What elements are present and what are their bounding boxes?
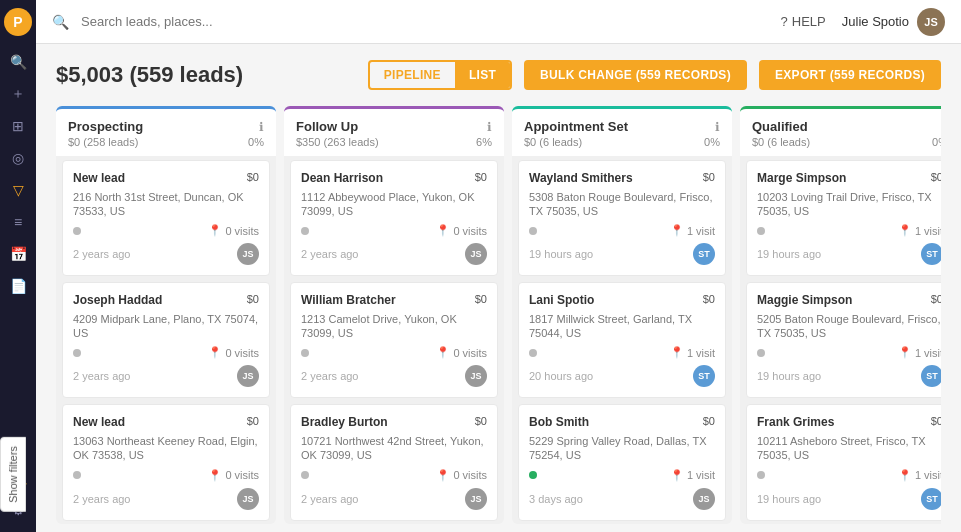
table-row[interactable]: Wayland Smithers $0 5308 Baton Rouge Bou… bbox=[518, 160, 726, 276]
sidebar-icon-map[interactable]: ◎ bbox=[4, 144, 32, 172]
sidebar-icon-funnel[interactable]: ▽ bbox=[4, 176, 32, 204]
card-amount: $0 bbox=[931, 293, 941, 305]
table-row[interactable]: Joseph Haddad $0 4209 Midpark Lane, Plan… bbox=[62, 282, 270, 398]
table-row[interactable]: Dean Harrison $0 1112 Abbeywood Place, Y… bbox=[290, 160, 498, 276]
card-amount: $0 bbox=[703, 293, 715, 305]
card-avatar: JS bbox=[237, 488, 259, 510]
visit-icon: 📍 bbox=[208, 346, 222, 359]
table-row[interactable]: William Bratcher $0 1213 Camelot Drive, … bbox=[290, 282, 498, 398]
card-address: 10211 Asheboro Street, Frisco, TX 75035,… bbox=[757, 434, 941, 463]
card-amount: $0 bbox=[703, 415, 715, 427]
card-name: Bradley Burton bbox=[301, 415, 388, 431]
visits-count: 0 visits bbox=[225, 225, 259, 237]
pipeline-btn[interactable]: PIPELINE bbox=[370, 62, 455, 88]
card-footer: 📍1 visit bbox=[529, 469, 715, 482]
card-name: New lead bbox=[73, 171, 125, 187]
card-avatar: ST bbox=[921, 243, 941, 265]
sidebar-icon-list[interactable]: ≡ bbox=[4, 208, 32, 236]
card-amount: $0 bbox=[931, 171, 941, 183]
card-amount: $0 bbox=[475, 171, 487, 183]
sidebar-icon-grid[interactable]: ⊞ bbox=[4, 112, 32, 140]
card-time: 19 hours ago bbox=[757, 493, 821, 505]
card-amount: $0 bbox=[703, 171, 715, 183]
card-amount: $0 bbox=[475, 293, 487, 305]
sidebar-icon-search[interactable]: 🔍 bbox=[4, 48, 32, 76]
visits-count: 0 visits bbox=[453, 469, 487, 481]
status-dot bbox=[529, 349, 537, 357]
card-address: 5205 Baton Rouge Boulevard, Frisco, TX 7… bbox=[757, 312, 941, 341]
visits-count: 1 visit bbox=[915, 225, 941, 237]
visit-icon: 📍 bbox=[208, 224, 222, 237]
table-row[interactable]: Bob Smith $0 5229 Spring Valley Road, Da… bbox=[518, 404, 726, 520]
card-visits: 📍0 visits bbox=[208, 224, 259, 237]
card-address: 216 North 31st Street, Duncan, OK 73533,… bbox=[73, 190, 259, 219]
card-footer-time: 20 hours ago ST bbox=[529, 365, 715, 387]
table-row[interactable]: Lani Spotio $0 1817 Millwick Street, Gar… bbox=[518, 282, 726, 398]
column-title: Qualified bbox=[752, 119, 808, 134]
card-footer-time: 2 years ago JS bbox=[73, 365, 259, 387]
column-pct: 0% bbox=[932, 136, 941, 148]
card-footer: 📍0 visits bbox=[73, 224, 259, 237]
visit-icon: 📍 bbox=[898, 224, 912, 237]
card-time: 2 years ago bbox=[73, 248, 130, 260]
column-body-appointment-set: Wayland Smithers $0 5308 Baton Rouge Bou… bbox=[512, 156, 732, 524]
table-row[interactable]: Maggie Simpson $0 5205 Baton Rouge Boule… bbox=[746, 282, 941, 398]
card-footer-time: 2 years ago JS bbox=[73, 243, 259, 265]
sidebar-icon-doc[interactable]: 📄 bbox=[4, 272, 32, 300]
card-avatar: ST bbox=[921, 365, 941, 387]
card-visits: 📍1 visit bbox=[898, 224, 941, 237]
table-row[interactable]: Bradley Burton $0 10721 Northwest 42nd S… bbox=[290, 404, 498, 520]
column-info-icon[interactable]: ℹ bbox=[487, 120, 492, 134]
card-address: 13063 Northeast Keeney Road, Elgin, OK 7… bbox=[73, 434, 259, 463]
export-btn[interactable]: EXPORT (559 RECORDS) bbox=[759, 60, 941, 90]
show-filters-btn[interactable]: Show filters bbox=[0, 437, 26, 512]
page-title: $5,003 (559 leads) bbox=[56, 62, 243, 88]
search-input[interactable] bbox=[81, 14, 769, 29]
table-row[interactable]: Marge Simpson $0 10203 Loving Trail Driv… bbox=[746, 160, 941, 276]
sidebar-icon-add[interactable]: ＋ bbox=[4, 80, 32, 108]
app-logo[interactable]: P bbox=[4, 8, 32, 36]
card-amount: $0 bbox=[931, 415, 941, 427]
help-label: HELP bbox=[792, 14, 826, 29]
card-time: 19 hours ago bbox=[757, 370, 821, 382]
table-row[interactable]: Frank Grimes $0 10211 Asheboro Street, F… bbox=[746, 404, 941, 520]
card-avatar: ST bbox=[693, 365, 715, 387]
table-row[interactable]: New lead $0 13063 Northeast Keeney Road,… bbox=[62, 404, 270, 520]
sidebar-icon-calendar[interactable]: 📅 bbox=[4, 240, 32, 268]
card-address: 5308 Baton Rouge Boulevard, Frisco, TX 7… bbox=[529, 190, 715, 219]
avatar[interactable]: JS bbox=[917, 8, 945, 36]
visits-count: 0 visits bbox=[453, 225, 487, 237]
card-time: 2 years ago bbox=[301, 493, 358, 505]
visit-icon: 📍 bbox=[898, 346, 912, 359]
status-dot bbox=[73, 349, 81, 357]
content-area: $5,003 (559 leads) PIPELINE LIST BULK CH… bbox=[36, 44, 961, 532]
status-dot bbox=[757, 471, 765, 479]
help-link[interactable]: ? HELP bbox=[781, 14, 826, 29]
column-pct: 6% bbox=[476, 136, 492, 148]
bulk-change-btn[interactable]: BULK CHANGE (559 RECORDS) bbox=[524, 60, 747, 90]
visit-icon: 📍 bbox=[670, 469, 684, 482]
card-avatar: JS bbox=[465, 365, 487, 387]
visits-count: 1 visit bbox=[915, 469, 941, 481]
status-dot bbox=[757, 349, 765, 357]
status-dot bbox=[301, 349, 309, 357]
visit-icon: 📍 bbox=[436, 346, 450, 359]
card-avatar: JS bbox=[465, 243, 487, 265]
search-icon: 🔍 bbox=[52, 14, 69, 30]
card-footer: 📍0 visits bbox=[73, 469, 259, 482]
column-info-icon[interactable]: ℹ bbox=[715, 120, 720, 134]
status-dot bbox=[301, 227, 309, 235]
card-visits: 📍0 visits bbox=[208, 469, 259, 482]
card-footer: 📍0 visits bbox=[301, 346, 487, 359]
card-avatar: JS bbox=[693, 488, 715, 510]
list-btn[interactable]: LIST bbox=[455, 62, 510, 88]
table-row[interactable]: New lead $0 216 North 31st Street, Dunca… bbox=[62, 160, 270, 276]
visit-icon: 📍 bbox=[208, 469, 222, 482]
column-info-icon[interactable]: ℹ bbox=[259, 120, 264, 134]
visits-count: 1 visit bbox=[687, 469, 715, 481]
card-visits: 📍1 visit bbox=[670, 224, 715, 237]
column-header-prospecting: Prospecting ℹ $0 (258 leads) 0% bbox=[56, 106, 276, 156]
card-address: 5229 Spring Valley Road, Dallas, TX 7525… bbox=[529, 434, 715, 463]
columns-wrapper: Prospecting ℹ $0 (258 leads) 0% New lead… bbox=[56, 106, 941, 532]
card-time: 19 hours ago bbox=[529, 248, 593, 260]
